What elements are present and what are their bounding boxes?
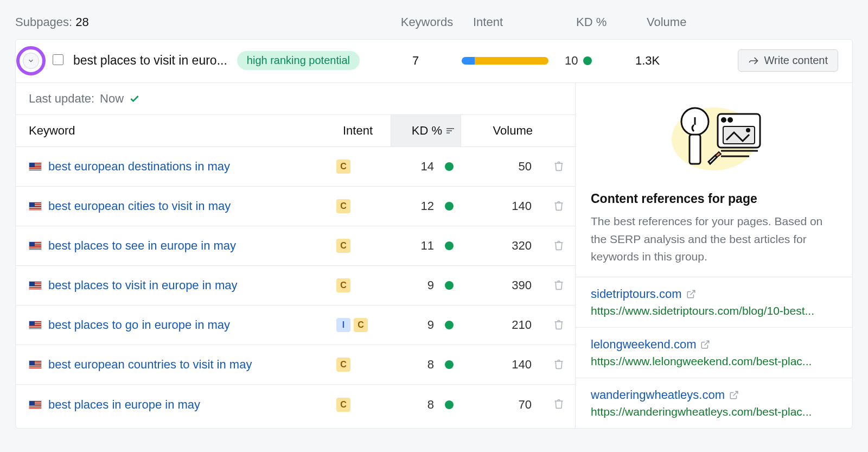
intent-commercial-chip: C [336,160,350,174]
table-row: best places to go in europe in mayIC9210 [16,305,575,345]
flag-us-icon [29,400,42,409]
kd-value: 9 [427,278,434,292]
keyword-link[interactable]: best places to visit in europe in may [48,278,238,292]
kd-cell: 14 [391,160,461,174]
external-link-icon [686,289,696,299]
kd-dot-icon [445,162,454,171]
kd-value: 8 [427,358,434,372]
delete-button[interactable] [553,200,564,213]
keyword-link[interactable]: best places in europe in may [48,398,200,412]
kd-dot-icon [445,241,454,250]
flag-us-icon [29,162,42,171]
kd-dot-icon [445,400,454,409]
volume-cell: 140 [461,199,542,213]
th-kd[interactable]: KD % [391,115,461,147]
col-intent-label: Intent [468,15,576,29]
col-volume-label: Volume [647,15,728,29]
intent-commercial-chip: C [336,278,350,292]
group-kd-value: 10 [565,54,578,68]
col-kd-label: KD % [576,15,647,29]
volume-cell: 320 [461,239,542,253]
group-kd: 10 [565,54,635,68]
last-update-value: Now [100,92,124,106]
intent-cell: IC [336,318,391,332]
table-row: best european countries to visit in mayC… [16,345,575,385]
keyword-link[interactable]: best places to go in europe in may [48,318,230,332]
table-row: best places in europe in mayC870 [16,385,575,424]
delete-button[interactable] [553,319,564,332]
external-link-icon [700,340,710,349]
reference-item: sidetriptours.com https://www.sidetripto… [576,277,852,328]
th-volume[interactable]: Volume [461,115,542,147]
kd-cell: 9 [391,318,461,332]
keyword-group-card: best places to visit in euro... high ran… [15,39,853,429]
chevron-down-icon [27,57,35,65]
expand-toggle[interactable] [23,53,39,69]
check-icon [129,93,140,104]
flag-us-icon [29,281,42,290]
intent-cell: C [336,199,391,213]
volume-cell: 70 [461,398,542,412]
reference-url[interactable]: https://wanderingwheatleys.com/best-plac… [591,405,837,418]
summary-row: best places to visit in euro... high ran… [16,40,852,82]
th-intent[interactable]: Intent [336,115,391,147]
table-row: best european cities to visit in mayC121… [16,187,575,226]
last-update-label: Last update: [29,92,94,106]
table-row: best places to visit in europe in mayC93… [16,266,575,305]
reference-domain-link[interactable]: lelongweekend.com [591,338,837,352]
table-header: Keyword Intent KD % Volume [16,115,575,147]
intent-commercial-chip: C [354,318,368,332]
th-keyword[interactable]: Keyword [16,115,336,147]
references-pane: Content references for page The best ref… [576,83,852,428]
svg-point-5 [746,128,750,132]
sort-icon [446,128,454,133]
keyword-link[interactable]: best places to see in europe in may [48,239,236,253]
intent-informational-chip: I [336,318,350,332]
arrow-forward-icon [748,55,759,66]
group-volume: 1.3K [635,54,717,68]
svg-line-13 [690,290,694,295]
references-title: Content references for page [576,192,852,211]
svg-line-15 [733,391,738,396]
keyword-link[interactable]: best european cities to visit in may [48,199,231,213]
intent-commercial-chip: C [336,199,350,213]
references-illustration [576,83,852,192]
delete-button[interactable] [553,240,564,252]
intent-cell: C [336,239,391,253]
table-row: best places to see in europe in mayC1132… [16,226,575,266]
reference-domain-link[interactable]: wanderingwheatleys.com [591,388,837,402]
kd-value: 9 [427,318,434,332]
delete-button[interactable] [553,359,564,371]
intent-cell: C [336,160,391,174]
intent-commercial-chip: C [336,358,350,372]
keyword-link[interactable]: best european countries to visit in may [48,358,252,372]
kd-dot-icon [445,360,454,369]
reference-domain-link[interactable]: sidetriptours.com [591,287,837,301]
kd-dot-icon [445,321,454,329]
delete-button[interactable] [553,398,564,411]
kd-value: 11 [421,239,434,253]
th-kd-label: KD % [412,124,442,138]
kd-cell: 11 [391,239,461,253]
volume-cell: 210 [461,318,542,332]
delete-button[interactable] [553,161,564,173]
select-checkbox[interactable] [53,54,63,67]
kd-dot-icon [445,202,454,211]
svg-line-14 [705,341,709,345]
svg-rect-2 [721,117,726,123]
reference-url[interactable]: https://www.lelongweekend.com/best-plac.… [591,355,837,368]
last-update-bar: Last update: Now [16,83,575,115]
flag-us-icon [29,241,42,250]
page-header: Subpages: 28 Keywords Intent KD % Volume [15,11,853,39]
keyword-link[interactable]: best european destinations in may [48,160,230,174]
subpages-count: 28 [75,15,88,29]
kd-cell: 12 [391,199,461,213]
svg-rect-10 [690,135,700,164]
write-content-button[interactable]: Write content [738,49,838,72]
kd-value: 12 [421,199,434,213]
external-link-icon [729,390,739,400]
reference-item: lelongweekend.com https://www.lelongweek… [576,328,852,378]
write-content-label: Write content [764,54,828,67]
reference-url[interactable]: https://www.sidetriptours.com/blog/10-be… [591,304,837,317]
delete-button[interactable] [553,279,564,292]
